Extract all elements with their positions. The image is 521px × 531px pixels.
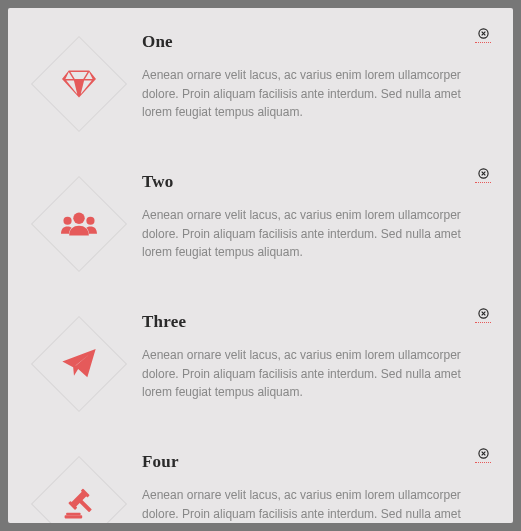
paper-plane-icon [62,349,96,379]
close-button[interactable] [475,307,491,323]
feature-desc: Aenean ornare velit lacus, ac varius eni… [142,66,487,122]
icon-frame [31,176,127,272]
feature-desc: Aenean ornare velit lacus, ac varius eni… [142,486,487,523]
close-button[interactable] [475,27,491,43]
feature-desc: Aenean ornare velit lacus, ac varius eni… [142,206,487,262]
feature-title: Three [142,312,487,332]
icon-wrap [34,30,124,132]
feature-desc: Aenean ornare velit lacus, ac varius eni… [142,346,487,402]
svg-rect-19 [65,515,83,518]
feature-title: Four [142,452,487,472]
feature-item: Three Aenean ornare velit lacus, ac vari… [34,310,487,412]
gavel-icon [62,488,96,520]
feature-item: Two Aenean ornare velit lacus, ac varius… [34,170,487,272]
icon-frame [31,36,127,132]
feature-title: One [142,32,487,52]
icon-wrap [34,310,124,412]
feature-content: Four Aenean ornare velit lacus, ac variu… [124,450,487,523]
feature-panel: One Aenean ornare velit lacus, ac varius… [8,8,513,523]
feature-content: One Aenean ornare velit lacus, ac varius… [124,30,487,122]
feature-content: Two Aenean ornare velit lacus, ac varius… [124,170,487,262]
users-icon [61,210,97,238]
icon-wrap [34,450,124,523]
feature-content: Three Aenean ornare velit lacus, ac vari… [124,310,487,402]
svg-point-8 [86,217,94,225]
feature-item: Four Aenean ornare velit lacus, ac variu… [34,450,487,523]
close-icon [478,28,489,39]
svg-rect-20 [66,513,80,515]
close-button[interactable] [475,167,491,183]
diamond-icon [62,70,96,98]
svg-point-7 [63,217,71,225]
close-button[interactable] [475,447,491,463]
icon-frame [31,456,127,523]
close-icon [478,308,489,319]
feature-title: Two [142,172,487,192]
svg-rect-18 [79,499,92,512]
icon-frame [31,316,127,412]
icon-wrap [34,170,124,272]
svg-point-6 [73,213,84,224]
feature-item: One Aenean ornare velit lacus, ac varius… [34,30,487,132]
close-icon [478,168,489,179]
close-icon [478,448,489,459]
